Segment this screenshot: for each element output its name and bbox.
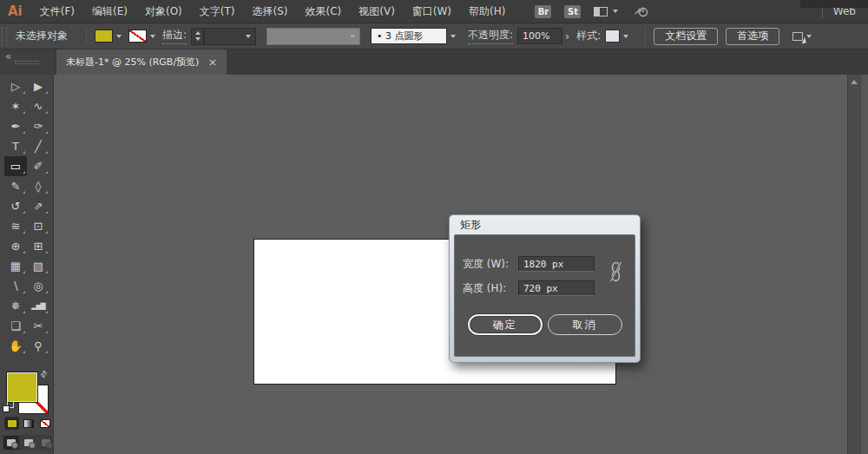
swap-fill-stroke-icon[interactable]: ⇄	[37, 368, 49, 380]
tool-width[interactable]: ≋	[4, 216, 27, 236]
stroke-weight-dropdown[interactable]	[204, 28, 256, 45]
menu-item[interactable]: 文字(T)	[191, 0, 244, 23]
menu-item[interactable]: 效果(C)	[296, 0, 350, 23]
menu-item[interactable]: 帮助(H)	[460, 0, 514, 23]
none-button[interactable]	[37, 417, 52, 430]
tool-free-transform[interactable]: ⊡	[27, 216, 49, 236]
arrange-documents-button[interactable]	[594, 7, 618, 16]
scale-icon: ⇗	[34, 201, 43, 212]
constrain-proportions-icon[interactable]	[609, 260, 622, 284]
menu-item[interactable]: 编辑(E)	[83, 0, 136, 23]
gradient-button[interactable]	[21, 417, 36, 430]
tool-rectangle[interactable]: ▭	[4, 156, 27, 176]
tool-eyedropper[interactable]: ∖	[4, 276, 27, 296]
column-graph-icon: ▂▅▇	[31, 303, 44, 310]
tool-perspective-grid[interactable]: ⊞	[27, 236, 49, 256]
width-input[interactable]	[518, 256, 595, 272]
tool-pencil[interactable]: ✎	[4, 176, 27, 196]
menu-item[interactable]: 对象(O)	[136, 0, 191, 23]
tool-selection[interactable]: ▷	[4, 76, 27, 96]
symbol-sprayer-icon: ✵	[11, 300, 21, 312]
tool-zoom[interactable]: ⚲	[27, 336, 49, 356]
menu-item[interactable]: 视图(V)	[350, 0, 404, 23]
stroke-color-dropdown[interactable]	[128, 30, 155, 43]
tool-blend[interactable]: ◎	[27, 276, 49, 296]
brush-definition-field[interactable]: • 3 点圆形	[371, 28, 447, 44]
color-icon	[7, 419, 17, 428]
draw-behind-button[interactable]	[21, 436, 36, 450]
control-options-bar: 未选择对象 描边: • 3 点圆形 不透明度: 100% › 样式: 文档设置 …	[0, 23, 868, 49]
tool-scale[interactable]: ⇗	[27, 196, 49, 216]
color-button[interactable]	[4, 417, 19, 430]
rectangle-dialog: 矩形 宽度 (W): 高度 (H): 确定 取消	[449, 214, 641, 363]
tool-eraser[interactable]: ◊	[27, 176, 49, 196]
selection-status: 未选择对象	[16, 29, 68, 43]
document-setup-button[interactable]: 文档设置	[654, 28, 718, 45]
chevron-down-icon	[116, 35, 122, 38]
tool-type[interactable]: T	[4, 136, 27, 156]
vertical-scrollbar[interactable]	[847, 75, 860, 454]
curvature-icon: ✑	[34, 121, 43, 132]
tool-magic-wand[interactable]: ✶	[4, 96, 27, 116]
draw-normal-icon	[7, 439, 16, 446]
tool-shape-builder[interactable]: ⊕	[4, 236, 27, 256]
panel-grip[interactable]	[15, 61, 39, 64]
tool-rotate[interactable]: ↺	[4, 196, 27, 216]
tool-artboard[interactable]: ❏	[4, 316, 27, 336]
preferences-button[interactable]: 首选项	[726, 28, 779, 45]
scroll-up-icon[interactable]	[851, 80, 858, 84]
stock-button[interactable]: St	[564, 5, 581, 18]
tool-curvature[interactable]: ✑	[27, 116, 49, 136]
tool-pen[interactable]: ✒	[4, 116, 27, 136]
menu-item[interactable]: 选择(S)	[244, 0, 297, 23]
tool-hand[interactable]: ✋	[4, 336, 27, 356]
default-fill-stroke-icon[interactable]	[3, 401, 14, 412]
align-options-icon[interactable]	[792, 32, 803, 41]
opacity-expand-icon[interactable]: ›	[565, 30, 569, 43]
tool-slice[interactable]: ✂	[27, 316, 49, 336]
tool-direct-selection[interactable]: ▶	[27, 76, 49, 96]
type-icon: T	[12, 141, 19, 152]
chevron-down-icon	[450, 35, 456, 38]
menu-item[interactable]: 窗口(W)	[404, 0, 460, 23]
bridge-button[interactable]: Br	[535, 5, 551, 18]
close-tab-icon[interactable]: ×	[207, 56, 217, 68]
stroke-weight-label[interactable]: 描边:	[162, 28, 187, 44]
collapse-panel-icon[interactable]: «	[5, 50, 11, 63]
draw-normal-button[interactable]	[3, 436, 19, 450]
fill-color-indicator[interactable]	[6, 372, 38, 403]
tool-mesh[interactable]: ▦	[4, 256, 27, 276]
tool-column-graph[interactable]: ▂▅▇	[27, 296, 49, 316]
magic-wand-icon: ✶	[11, 101, 21, 112]
tool-symbol-sprayer[interactable]: ✵	[4, 296, 27, 316]
tool-gradient[interactable]: ▧	[27, 256, 49, 276]
fill-color-dropdown[interactable]	[95, 30, 122, 43]
panel-grip[interactable]	[2, 27, 7, 46]
stroke-weight-stepper[interactable]	[191, 28, 204, 45]
opacity-label[interactable]: 不透明度:	[468, 28, 513, 44]
style-dropdown-chevron-icon[interactable]	[623, 35, 628, 38]
main-area: ▷▶✶∿✒✑T╱▭✐✎◊↺⇗≋⊡⊕⊞▦▧∖◎✵▂▅▇❏✂✋⚲ ⇄	[0, 75, 868, 454]
tool-paintbrush[interactable]: ✐	[27, 156, 49, 176]
cancel-button[interactable]: 取消	[548, 314, 622, 335]
variable-width-profile-dropdown	[266, 28, 360, 45]
gpu-performance-icon[interactable]	[632, 5, 649, 18]
menu-item[interactable]: 文件(F)	[31, 0, 83, 23]
width-label: 宽度 (W):	[463, 257, 518, 272]
separator	[86, 28, 87, 45]
style-label: 样式:	[576, 29, 601, 44]
gradient-icon: ▧	[33, 260, 43, 272]
ok-button[interactable]: 确定	[468, 314, 542, 335]
tool-line-segment[interactable]: ╱	[27, 136, 49, 156]
height-input[interactable]	[518, 280, 595, 296]
rectangle-icon: ▭	[10, 161, 21, 172]
style-swatch[interactable]	[605, 30, 620, 43]
document-tab[interactable]: 未标题-1* @ 25% (RGB/预览) ×	[56, 49, 227, 75]
chevron-down-icon[interactable]	[806, 35, 812, 38]
brush-definition-dropdown[interactable]	[447, 28, 459, 44]
zoom-icon: ⚲	[34, 340, 43, 352]
dialog-body: 宽度 (W): 高度 (H): 确定 取消	[454, 234, 635, 357]
tool-lasso[interactable]: ∿	[27, 96, 49, 116]
opacity-field[interactable]: 100%	[517, 28, 562, 44]
dialog-title[interactable]: 矩形	[450, 215, 640, 234]
